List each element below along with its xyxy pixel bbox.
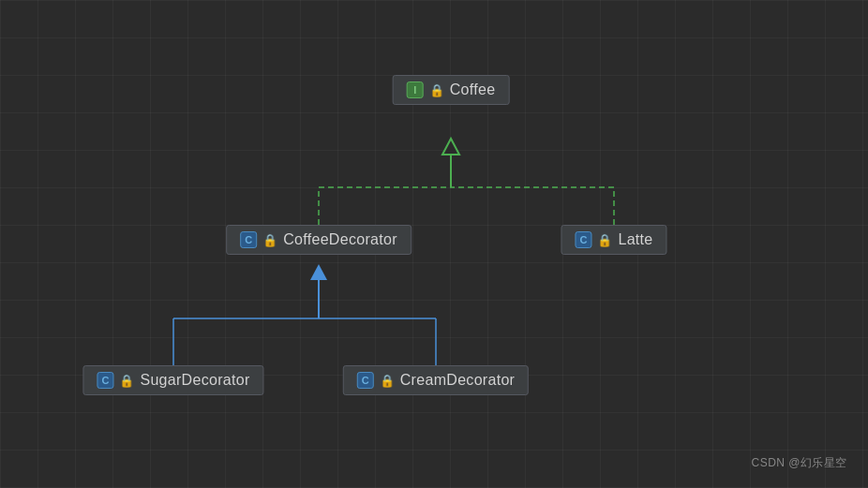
- node-sugar-decorator[interactable]: C 🔒 SugarDecorator: [82, 365, 263, 395]
- class-icon-cream: C: [357, 372, 374, 389]
- svg-marker-7: [442, 139, 459, 155]
- coffee-decorator-label: CoffeeDecorator: [283, 231, 397, 248]
- cream-decorator-label: CreamDecorator: [400, 372, 515, 389]
- node-coffee-decorator[interactable]: C 🔒 CoffeeDecorator: [226, 225, 412, 255]
- watermark-text: CSDN @幻乐星空: [751, 456, 847, 469]
- node-cream-decorator[interactable]: C 🔒 CreamDecorator: [343, 365, 529, 395]
- lock-icon-coffee: 🔒: [429, 83, 444, 97]
- class-icon-latte: C: [575, 231, 591, 248]
- interface-icon-coffee: I: [407, 81, 424, 98]
- sugar-decorator-label: SugarDecorator: [140, 372, 249, 389]
- class-icon-coffee-decorator: C: [240, 231, 257, 248]
- diagram-container: I 🔒 Coffee C 🔒 CoffeeDecorator C 🔒 Latte…: [0, 0, 868, 488]
- lock-icon-coffee-decorator: 🔒: [262, 233, 277, 247]
- lock-icon-sugar: 🔒: [119, 374, 134, 388]
- class-icon-sugar: C: [97, 372, 113, 389]
- node-latte[interactable]: C 🔒 Latte: [561, 225, 666, 255]
- svg-marker-14: [310, 264, 327, 280]
- lock-icon-latte: 🔒: [597, 233, 612, 247]
- connections-svg: [0, 0, 868, 488]
- lock-icon-cream: 🔒: [380, 374, 395, 388]
- node-coffee[interactable]: I 🔒 Coffee: [393, 75, 510, 105]
- watermark: CSDN @幻乐星空: [751, 455, 847, 471]
- coffee-label: Coffee: [450, 81, 496, 98]
- latte-label: Latte: [618, 231, 652, 248]
